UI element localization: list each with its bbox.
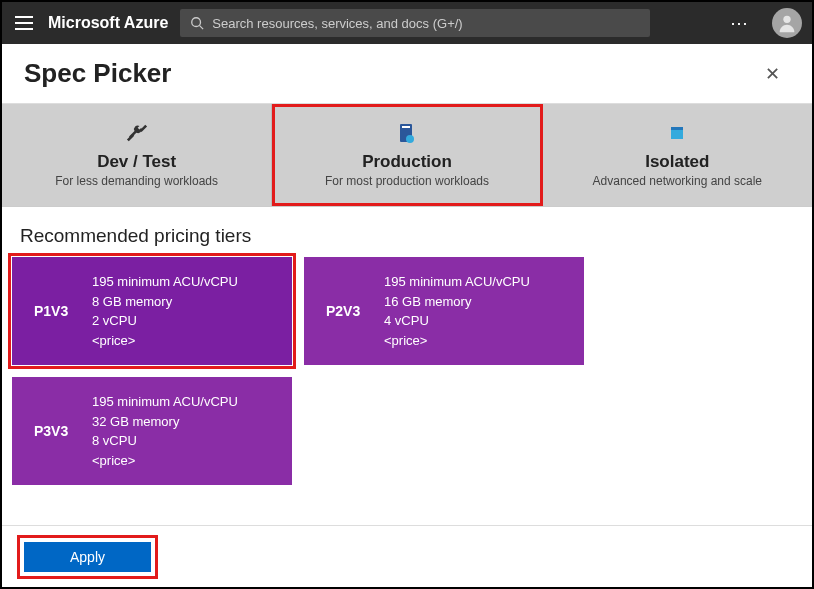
tier-card-p3v3[interactable]: P3V3 195 minimum ACU/vCPU 32 GB memory 8… xyxy=(12,377,292,485)
avatar[interactable] xyxy=(772,8,802,38)
svg-rect-6 xyxy=(671,129,683,139)
tools-icon xyxy=(10,120,263,146)
avatar-icon xyxy=(776,12,798,34)
tab-title: Dev / Test xyxy=(10,152,263,172)
tab-production[interactable]: Production For most production workloads xyxy=(272,104,542,206)
tier-vcpu: 8 vCPU xyxy=(92,431,238,451)
tier-vcpu: 4 vCPU xyxy=(384,311,530,331)
tier-name: P3V3 xyxy=(34,423,92,439)
page-title: Spec Picker xyxy=(24,58,171,89)
svg-point-5 xyxy=(406,135,414,143)
svg-line-1 xyxy=(200,26,204,30)
tier-memory: 8 GB memory xyxy=(92,292,238,312)
pricing-tiers: P1V3 195 minimum ACU/vCPU 8 GB memory 2 … xyxy=(2,257,812,515)
apply-highlight: Apply xyxy=(20,538,155,576)
tab-dev-test[interactable]: Dev / Test For less demanding workloads xyxy=(2,104,272,206)
cube-icon xyxy=(551,120,804,146)
tier-name: P1V3 xyxy=(34,303,92,319)
tier-memory: 16 GB memory xyxy=(384,292,530,312)
azure-header: Microsoft Azure ⋯ xyxy=(2,2,812,44)
tier-name: P2V3 xyxy=(326,303,384,319)
content-scroll[interactable]: Dev / Test For less demanding workloads … xyxy=(2,103,812,586)
tab-title: Production xyxy=(280,152,533,172)
svg-rect-4 xyxy=(402,126,410,128)
tab-isolated[interactable]: Isolated Advanced networking and scale xyxy=(543,104,812,206)
tier-vcpu: 2 vCPU xyxy=(92,311,238,331)
svg-rect-7 xyxy=(671,127,683,130)
server-icon xyxy=(280,120,533,146)
global-search[interactable] xyxy=(180,9,650,37)
svg-point-2 xyxy=(783,16,790,23)
hamburger-menu-icon[interactable] xyxy=(12,11,36,35)
close-icon[interactable]: ✕ xyxy=(761,59,784,89)
tier-price: <price> xyxy=(384,331,530,351)
svg-point-0 xyxy=(192,18,201,27)
footer: Apply xyxy=(2,526,812,586)
tier-memory: 32 GB memory xyxy=(92,412,238,432)
tier-price: <price> xyxy=(92,451,238,471)
tier-acu: 195 minimum ACU/vCPU xyxy=(384,272,530,292)
tier-acu: 195 minimum ACU/vCPU xyxy=(92,272,238,292)
tier-card-p1v3[interactable]: P1V3 195 minimum ACU/vCPU 8 GB memory 2 … xyxy=(12,257,292,365)
tier-specs: 195 minimum ACU/vCPU 16 GB memory 4 vCPU… xyxy=(384,272,530,350)
tier-specs: 195 minimum ACU/vCPU 32 GB memory 8 vCPU… xyxy=(92,392,238,470)
tier-specs: 195 minimum ACU/vCPU 8 GB memory 2 vCPU … xyxy=(92,272,238,350)
brand-label: Microsoft Azure xyxy=(48,14,168,32)
tier-price: <price> xyxy=(92,331,238,351)
tab-subtitle: For less demanding workloads xyxy=(10,174,263,188)
tab-title: Isolated xyxy=(551,152,804,172)
search-input[interactable] xyxy=(212,16,640,31)
tier-card-p2v3[interactable]: P2V3 195 minimum ACU/vCPU 16 GB memory 4… xyxy=(304,257,584,365)
title-row: Spec Picker ✕ xyxy=(2,44,812,103)
apply-button[interactable]: Apply xyxy=(24,542,151,572)
more-actions-icon[interactable]: ⋯ xyxy=(724,12,756,34)
section-title: Recommended pricing tiers xyxy=(2,207,812,257)
tab-subtitle: For most production workloads xyxy=(280,174,533,188)
tab-subtitle: Advanced networking and scale xyxy=(551,174,804,188)
search-icon xyxy=(190,16,204,30)
tier-acu: 195 minimum ACU/vCPU xyxy=(92,392,238,412)
category-tabs: Dev / Test For less demanding workloads … xyxy=(2,104,812,207)
